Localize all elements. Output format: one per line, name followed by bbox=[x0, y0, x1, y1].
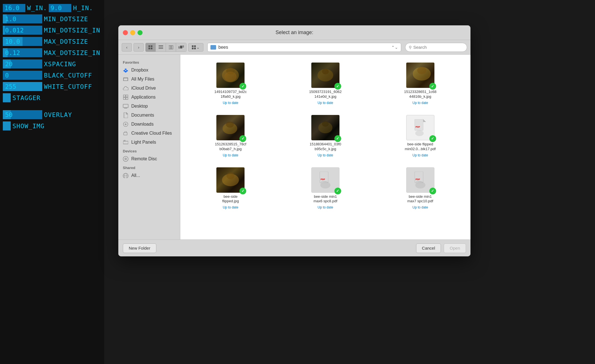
max-dotsize-in-slider[interactable]: 0.12 bbox=[3, 48, 42, 57]
dialog-footer: New Folder Cancel Open bbox=[118, 239, 470, 256]
remote-disc-label: Remote Disc bbox=[131, 156, 157, 161]
overlay-value: 50 bbox=[5, 111, 13, 118]
svg-point-45 bbox=[322, 121, 329, 127]
svg-point-37 bbox=[224, 72, 237, 82]
svg-rect-21 bbox=[123, 97, 125, 99]
sidebar-item-all-shared[interactable]: All... bbox=[118, 171, 180, 180]
svg-rect-7 bbox=[169, 45, 170, 49]
file-item-2[interactable]: ✓ 15093723191_6062141e0d_k.jpg Up to dat… bbox=[281, 60, 370, 107]
file-status-8: Up to date bbox=[318, 205, 333, 209]
svg-rect-3 bbox=[151, 48, 152, 49]
svg-text:PDF: PDF bbox=[416, 126, 420, 128]
sidebar-item-light-panels[interactable]: Light Panels bbox=[118, 138, 180, 147]
list-view-button[interactable] bbox=[156, 43, 166, 52]
show-img-swatch[interactable] bbox=[3, 121, 11, 130]
svg-rect-18 bbox=[123, 78, 128, 81]
file-picker-dialog: Select an image: ‹ › bbox=[118, 25, 470, 256]
svg-rect-4 bbox=[159, 45, 163, 46]
stagger-swatch[interactable] bbox=[3, 93, 11, 102]
svg-text:PDF: PDF bbox=[321, 178, 325, 181]
h-in-input[interactable] bbox=[49, 4, 71, 12]
black-cutoff-slider[interactable]: 0 bbox=[3, 71, 42, 80]
dropbox-label: Dropbox bbox=[131, 68, 148, 73]
all-shared-label: All... bbox=[131, 173, 140, 178]
file-item-1[interactable]: ✓ 14914109737_bd2c1ffa60_k.jpg Up to dat… bbox=[186, 60, 275, 107]
sidebar-item-applications[interactable]: Applications bbox=[118, 93, 180, 102]
svg-rect-12 bbox=[183, 45, 184, 48]
file-name-5: 15188364401_03f0b95c5c_k.jpg bbox=[310, 142, 341, 152]
overlay-slider[interactable]: 50 bbox=[3, 110, 42, 119]
max-dotsize-slider[interactable]: 10.0 bbox=[3, 37, 42, 46]
minimize-button[interactable] bbox=[130, 30, 135, 35]
file-status-2: Up to date bbox=[318, 101, 333, 105]
location-bar[interactable]: bees ⌃⌄ bbox=[207, 43, 401, 52]
min-dotsize-label: MIN_DOTSIZE bbox=[44, 15, 88, 23]
new-folder-button[interactable]: New Folder bbox=[123, 243, 156, 253]
param-row-stagger: STAGGER bbox=[0, 92, 104, 103]
cancel-button[interactable]: Cancel bbox=[416, 243, 441, 253]
sidebar-item-icloud-drive[interactable]: iCloud Drive bbox=[118, 84, 180, 93]
svg-rect-14 bbox=[194, 45, 196, 47]
sidebar-item-desktop[interactable]: Desktop bbox=[118, 102, 180, 111]
file-name-9: bee-side min1max7 spc10.pdf bbox=[407, 194, 433, 204]
forward-button[interactable]: › bbox=[134, 43, 144, 52]
check-badge-1: ✓ bbox=[239, 83, 246, 90]
all-my-files-icon bbox=[123, 76, 128, 82]
svg-rect-56 bbox=[415, 172, 423, 183]
svg-point-58 bbox=[415, 182, 425, 188]
svg-rect-11 bbox=[178, 46, 180, 49]
min-dotsize-slider[interactable]: 1.0 bbox=[3, 14, 42, 23]
file-item-3[interactable]: ✓ 15123328651_1c6844816b_k.jpg Up to dat… bbox=[376, 60, 465, 107]
light-panels-label: Light Panels bbox=[131, 140, 156, 145]
sidebar-item-dropbox[interactable]: Dropbox bbox=[118, 66, 180, 75]
applications-icon bbox=[123, 94, 128, 100]
svg-text:PDF: PDF bbox=[416, 178, 420, 181]
open-button[interactable]: Open bbox=[444, 243, 466, 253]
file-item-8[interactable]: PDF ✓ bee-side min1max6 spc8.pdf Up to d… bbox=[281, 165, 370, 212]
search-input[interactable] bbox=[413, 45, 458, 50]
sidebar-item-downloads[interactable]: Downloads bbox=[118, 120, 180, 129]
file-grid: ✓ 14914109737_bd2c1ffa60_k.jpg Up to dat… bbox=[180, 55, 470, 239]
param-row-dimensions: W_IN. H_IN. bbox=[0, 3, 104, 13]
sidebar-item-creative-cloud[interactable]: Creative Cloud Files bbox=[118, 129, 180, 138]
min-dotsize-in-slider[interactable]: 0.012 bbox=[3, 26, 42, 35]
coverflow-view-button[interactable] bbox=[176, 43, 186, 52]
all-my-files-label: All My Files bbox=[131, 77, 154, 82]
dialog-toolbar: ‹ › ⌄ bbox=[118, 40, 470, 55]
check-badge-2: ✓ bbox=[334, 83, 341, 90]
w-in-input[interactable] bbox=[3, 4, 25, 12]
file-status-5: Up to date bbox=[318, 153, 333, 157]
back-button[interactable]: ‹ bbox=[122, 43, 132, 52]
white-cutoff-slider[interactable]: 255 bbox=[3, 82, 42, 91]
svg-rect-0 bbox=[148, 45, 150, 47]
grid-view-button[interactable] bbox=[146, 43, 156, 52]
param-row-overlay: 50 OVERLAY bbox=[0, 109, 104, 120]
file-thumb-2: ✓ bbox=[311, 63, 339, 88]
w-in-label: W_IN. bbox=[27, 5, 47, 12]
file-name-7: bee-sideflipped.jpg bbox=[222, 194, 239, 204]
sidebar-item-remote-disc[interactable]: Remote Disc bbox=[118, 154, 180, 163]
close-button[interactable] bbox=[123, 30, 128, 35]
file-item-5[interactable]: ✓ 15188364401_03f0b95c5c_k.jpg Up to dat… bbox=[281, 113, 370, 159]
creative-cloud-icon bbox=[123, 130, 128, 136]
file-item-4[interactable]: ✓ 15126328515_78cfb0bab7_h.jpg Up to dat… bbox=[186, 113, 275, 159]
file-name-3: 15123328651_1c6844816b_k.jpg bbox=[404, 90, 436, 99]
file-thumb-4: ✓ bbox=[216, 115, 245, 140]
xspacing-label: XSPACING bbox=[44, 61, 76, 68]
documents-label: Documents bbox=[131, 113, 154, 118]
file-name-2: 15093723191_6062141e0d_k.jpg bbox=[309, 90, 342, 99]
svg-rect-20 bbox=[126, 95, 128, 97]
sidebar-item-all-my-files[interactable]: All My Files bbox=[118, 75, 180, 84]
xspacing-slider[interactable]: 20 bbox=[3, 59, 42, 68]
sidebar-item-documents[interactable]: Documents bbox=[118, 111, 180, 120]
column-view-button[interactable] bbox=[166, 43, 176, 52]
maximize-button[interactable] bbox=[137, 30, 143, 35]
file-name-8: bee-side min1max6 spc8.pdf bbox=[314, 194, 338, 204]
file-item-9[interactable]: PDF ✓ bee-side min1max7 spc10.pdf Up to … bbox=[376, 165, 465, 212]
file-item-7[interactable]: ✓ bee-sideflipped.jpg Up to date bbox=[186, 165, 275, 212]
svg-point-55 bbox=[320, 182, 330, 188]
folder-icon bbox=[210, 45, 216, 50]
file-item-6[interactable]: PDF ✓ bee-side flippedmin02.0...blk17.pd… bbox=[376, 113, 465, 159]
downloads-icon bbox=[123, 121, 128, 127]
sort-button[interactable]: ⌄ bbox=[188, 43, 203, 52]
